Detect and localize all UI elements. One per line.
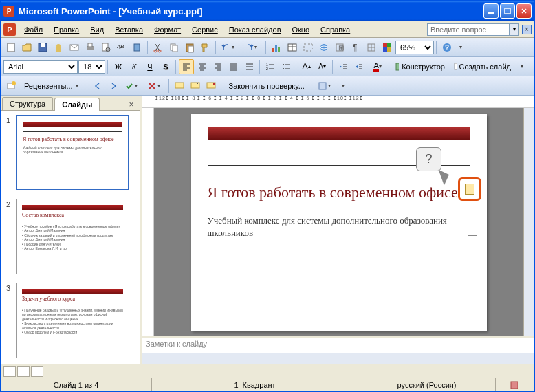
zoom-select[interactable]: 65% — [395, 41, 434, 54]
horizontal-ruler[interactable]: ⵊ12ⵊ ⵊ10ⵊ ⵊ 8 ⵊ ⵊ 6 ⵊ ⵊ 4 ⵊ ⵊ 2 ⵊ ⵊ 0 ⵊ … — [142, 96, 534, 108]
svg-point-83 — [12, 81, 16, 85]
paste-button[interactable] — [182, 40, 197, 55]
delete-comment-button[interactable] — [204, 78, 219, 94]
menu-edit[interactable]: Правка — [48, 24, 85, 35]
cut-button[interactable] — [151, 40, 166, 55]
permission-button[interactable] — [51, 40, 66, 55]
status-spellcheck-icon[interactable] — [496, 378, 534, 391]
font-select[interactable]: Arial — [3, 60, 78, 74]
undo-button[interactable]: ▾ — [219, 40, 241, 55]
decrease-indent-button[interactable] — [336, 59, 351, 74]
slide[interactable]: ? Я готов работать в современном офисе У… — [191, 114, 487, 331]
end-review-button[interactable]: Закончить проверку... — [224, 78, 309, 94]
numbering-button[interactable]: 12 — [263, 59, 278, 74]
align-left-button[interactable] — [179, 59, 194, 74]
decrease-font-button[interactable]: A▾ — [315, 59, 330, 74]
email-button[interactable] — [67, 40, 82, 55]
maximize-button[interactable] — [500, 3, 515, 19]
underline-button[interactable]: Ч — [142, 59, 157, 74]
reject-button[interactable]: ▾ — [144, 78, 166, 94]
prev-change-button[interactable] — [90, 78, 105, 94]
horizontal-scrollbar[interactable] — [142, 353, 534, 364]
toolbar-options-icon[interactable]: ▾ — [516, 59, 532, 74]
bullets-button[interactable] — [279, 59, 294, 74]
menu-file[interactable]: Файл — [19, 24, 48, 35]
open-button[interactable] — [19, 40, 34, 55]
show-formatting-button[interactable]: ¶ — [348, 40, 363, 55]
help-question-input[interactable] — [427, 23, 510, 36]
menu-slideshow[interactable]: Показ слайдов — [223, 24, 287, 35]
new-slide-button[interactable]: Создать слайд — [450, 59, 516, 74]
slide-thumbnail[interactable]: Задачи учебного курса • Получение базовы… — [16, 283, 129, 358]
reviewers-button[interactable]: Рецензенты...▾ — [19, 78, 85, 94]
toolbar-options-icon[interactable]: ▾ — [338, 78, 353, 94]
new-button[interactable] — [3, 40, 19, 55]
research-button[interactable] — [130, 40, 145, 55]
menu-help[interactable]: Справка — [315, 24, 356, 35]
slide-thumbnails[interactable]: 1 Я готов работать в современном офисе У… — [1, 111, 140, 364]
tables-borders-button[interactable] — [301, 40, 316, 55]
menu-window[interactable]: Окно — [287, 24, 316, 35]
spelling-button[interactable]: ✓AB — [114, 40, 129, 55]
font-color-button[interactable]: A▾ — [371, 59, 386, 74]
font-size-select[interactable]: 18 — [78, 60, 105, 74]
slide-canvas[interactable]: ? Я готов работать в современном офисе У… — [154, 108, 523, 336]
slide-thumbnail[interactable]: Состав комплекса • Учебное пособие «Я го… — [16, 199, 129, 274]
slide-sorter-view-button[interactable] — [17, 366, 30, 377]
app-icon: P — [3, 23, 16, 36]
slide-subtitle[interactable]: Учебный комплекс для системы дополнитель… — [208, 215, 470, 239]
vertical-scrollbar[interactable] — [523, 108, 534, 336]
edit-comment-button[interactable] — [188, 78, 203, 94]
align-center-button[interactable] — [195, 59, 210, 74]
titlebar[interactable]: P Microsoft PowerPoint - [Учебный курс.p… — [1, 1, 534, 21]
help-question-dropdown[interactable]: ▾ — [510, 23, 519, 36]
tab-outline[interactable]: Структура — [2, 97, 53, 110]
comment-callout[interactable]: ? — [416, 147, 441, 171]
insert-comment-button[interactable] — [172, 78, 187, 94]
comment-marker-icon[interactable] — [465, 184, 474, 195]
normal-view-button[interactable] — [3, 366, 16, 377]
print-button[interactable] — [83, 40, 98, 55]
close-button[interactable] — [516, 3, 532, 19]
distribute-button[interactable] — [242, 59, 257, 74]
tab-slides[interactable]: Слайды — [54, 98, 100, 111]
italic-button[interactable]: К — [127, 59, 142, 74]
print-preview-button[interactable] — [98, 40, 113, 55]
slideshow-view-button[interactable] — [31, 366, 43, 377]
menu-view[interactable]: Вид — [85, 24, 109, 35]
pane-close-button[interactable]: × — [126, 99, 137, 110]
help-button[interactable]: ? — [439, 40, 455, 55]
increase-font-button[interactable]: A▴ — [299, 59, 314, 74]
expand-all-button[interactable]: ⊞ — [332, 40, 347, 55]
color-button[interactable] — [380, 40, 395, 55]
reviewing-pane-button[interactable]: ▾ — [315, 78, 337, 94]
doc-close-button[interactable]: × — [522, 25, 532, 34]
increase-indent-button[interactable] — [351, 59, 367, 74]
toolbar-options-icon[interactable]: ▾ — [455, 40, 470, 55]
redo-button[interactable]: ▾ — [241, 40, 263, 55]
notes-pane[interactable]: Заметки к слайду — [142, 336, 534, 353]
design-button[interactable]: Конструктор — [392, 59, 450, 74]
next-change-button[interactable] — [106, 78, 121, 94]
accept-button[interactable]: ▾ — [122, 78, 144, 94]
justify-button[interactable] — [226, 59, 241, 74]
menu-insert[interactable]: Вставка — [109, 24, 149, 35]
bold-button[interactable]: Ж — [111, 59, 126, 74]
copy-button[interactable] — [166, 40, 182, 55]
comment-marker-icon[interactable] — [468, 235, 477, 246]
format-painter-button[interactable] — [198, 40, 213, 55]
align-right-button[interactable] — [210, 59, 226, 74]
save-button[interactable] — [35, 40, 50, 55]
vertical-ruler[interactable] — [142, 108, 154, 336]
insert-table-button[interactable] — [285, 40, 300, 55]
insert-chart-button[interactable] — [269, 40, 284, 55]
minimize-button[interactable] — [483, 3, 499, 19]
slide-title[interactable]: Я готов работать в современном офисе — [208, 183, 470, 203]
shadow-button[interactable]: S — [158, 59, 173, 74]
slide-thumbnail[interactable]: Я готов работать в современном офисе Уче… — [16, 115, 129, 190]
menu-format[interactable]: Формат — [149, 24, 186, 35]
markup-button[interactable] — [3, 78, 19, 94]
menu-tools[interactable]: Сервис — [186, 24, 223, 35]
show-grid-button[interactable] — [364, 40, 379, 55]
insert-hyperlink-button[interactable] — [316, 40, 331, 55]
